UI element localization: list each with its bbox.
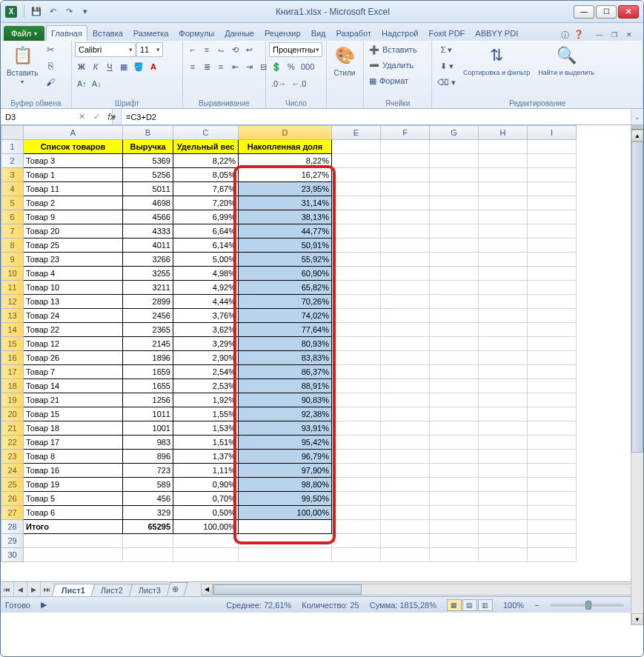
cell[interactable]	[381, 309, 430, 323]
cell[interactable]	[430, 182, 479, 196]
cell[interactable]	[528, 337, 577, 351]
cell-B18[interactable]: 1655	[123, 379, 173, 393]
help-icon[interactable]: ⓘ	[561, 30, 569, 41]
row-header-18[interactable]: 18	[1, 379, 24, 393]
cell-C13[interactable]: 3,76%	[173, 309, 239, 323]
cell-A21[interactable]: Товар 18	[24, 421, 123, 436]
col-header-D[interactable]: D	[239, 126, 332, 140]
styles-button[interactable]: 🎨 Стили	[330, 42, 359, 79]
cell-B23[interactable]: 896	[123, 450, 173, 464]
align-left-button[interactable]: ≡	[186, 59, 199, 74]
cell-A17[interactable]: Товар 7	[24, 365, 123, 379]
align-right-button[interactable]: ≡	[214, 59, 228, 74]
zoom-slider[interactable]	[550, 604, 624, 607]
file-tab[interactable]: Файл▾	[4, 26, 44, 41]
cell[interactable]	[332, 379, 381, 393]
cell[interactable]	[332, 365, 381, 379]
cell[interactable]	[479, 281, 528, 295]
cell[interactable]	[479, 337, 528, 351]
underline-button[interactable]: Ч	[103, 59, 116, 74]
cell-C23[interactable]: 1,37%	[173, 450, 239, 464]
cell-A24[interactable]: Товар 16	[24, 464, 123, 478]
cell-C2[interactable]: 8,22%	[173, 154, 239, 168]
cell[interactable]	[332, 393, 381, 407]
cell[interactable]	[430, 154, 479, 168]
cell[interactable]	[381, 534, 430, 548]
scroll-down-button[interactable]: ▼	[631, 613, 643, 625]
cell[interactable]	[332, 154, 381, 168]
cell[interactable]	[528, 478, 577, 492]
cell-C11[interactable]: 4,92%	[173, 281, 239, 295]
cell-C8[interactable]: 6,14%	[173, 239, 239, 253]
minimize-button[interactable]: —	[574, 5, 594, 19]
ribbon-tab-данные[interactable]: Данные	[219, 25, 259, 41]
cell[interactable]	[381, 478, 430, 492]
cell[interactable]	[332, 253, 381, 267]
cell-D11[interactable]: 65,82%	[239, 281, 332, 295]
cell[interactable]	[479, 267, 528, 281]
col-header-A[interactable]: A	[24, 126, 123, 140]
increase-indent-button[interactable]: ⇥	[242, 59, 256, 74]
cell[interactable]	[381, 140, 430, 154]
cell[interactable]	[332, 210, 381, 224]
cell[interactable]	[332, 295, 381, 309]
cell-B24[interactable]: 723	[123, 464, 173, 478]
orientation-button[interactable]: ⟲	[228, 42, 242, 57]
select-all-corner[interactable]	[1, 126, 24, 140]
row-header-4[interactable]: 4	[1, 182, 24, 196]
qat-customize[interactable]: ▾	[79, 5, 92, 19]
cell-B6[interactable]: 4566	[123, 210, 173, 224]
cell[interactable]	[479, 436, 528, 450]
cell-A5[interactable]: Товар 2	[24, 196, 123, 210]
align-center-button[interactable]: ≣	[200, 59, 213, 74]
cell-C15[interactable]: 3,29%	[173, 337, 239, 351]
page-layout-view-button[interactable]: ▤	[462, 599, 477, 611]
cell[interactable]	[430, 436, 479, 450]
row-header-17[interactable]: 17	[1, 365, 24, 379]
cell[interactable]	[332, 337, 381, 351]
expand-formula-bar[interactable]: ⌄	[631, 109, 643, 124]
cell[interactable]	[528, 281, 577, 295]
fill-color-button[interactable]: 🪣	[131, 59, 146, 74]
cell[interactable]	[24, 548, 123, 562]
cell-D26[interactable]: 99,50%	[239, 492, 332, 506]
cell[interactable]	[430, 407, 479, 421]
cell-A9[interactable]: Товар 23	[24, 253, 123, 267]
row-header-13[interactable]: 13	[1, 309, 24, 323]
row-header-27[interactable]: 27	[1, 506, 24, 520]
find-select-button[interactable]: 🔍 Найти и выделить	[535, 42, 597, 78]
insert-function-button[interactable]: fx	[104, 110, 118, 124]
cell[interactable]	[381, 351, 430, 365]
cell-A26[interactable]: Товар 5	[24, 492, 123, 506]
sheet-tab-Лист1[interactable]: Лист1	[52, 584, 96, 596]
cell[interactable]	[123, 534, 173, 548]
cell[interactable]	[332, 407, 381, 421]
cell-C25[interactable]: 0,90%	[173, 478, 239, 492]
cell-C18[interactable]: 2,53%	[173, 379, 239, 393]
cell-D2[interactable]: 8,22%	[239, 154, 332, 168]
cell[interactable]	[332, 196, 381, 210]
cell-A25[interactable]: Товар 19	[24, 478, 123, 492]
cell[interactable]	[381, 450, 430, 464]
cell[interactable]	[528, 323, 577, 337]
cell[interactable]	[479, 506, 528, 520]
row-header-21[interactable]: 21	[1, 421, 24, 436]
ribbon-tab-формулы[interactable]: Формулы	[173, 25, 219, 41]
cell[interactable]	[381, 548, 430, 562]
cell-A6[interactable]: Товар 9	[24, 210, 123, 224]
cell-A22[interactable]: Товар 17	[24, 436, 123, 450]
cell[interactable]	[332, 520, 381, 534]
cell[interactable]	[479, 421, 528, 436]
cell-C17[interactable]: 2,54%	[173, 365, 239, 379]
cell-A18[interactable]: Товар 14	[24, 379, 123, 393]
cell[interactable]	[332, 168, 381, 182]
enter-formula-button[interactable]: ✓	[90, 110, 103, 124]
cell-B17[interactable]: 1659	[123, 365, 173, 379]
cell[interactable]	[430, 196, 479, 210]
cell-D1[interactable]: Накопленная доля	[239, 140, 332, 154]
cell-C10[interactable]: 4,98%	[173, 267, 239, 281]
percent-button[interactable]: %	[285, 59, 298, 74]
sheet-tab-Лист3[interactable]: Лист3	[129, 584, 171, 596]
cell[interactable]	[528, 253, 577, 267]
cell-A10[interactable]: Товар 4	[24, 267, 123, 281]
